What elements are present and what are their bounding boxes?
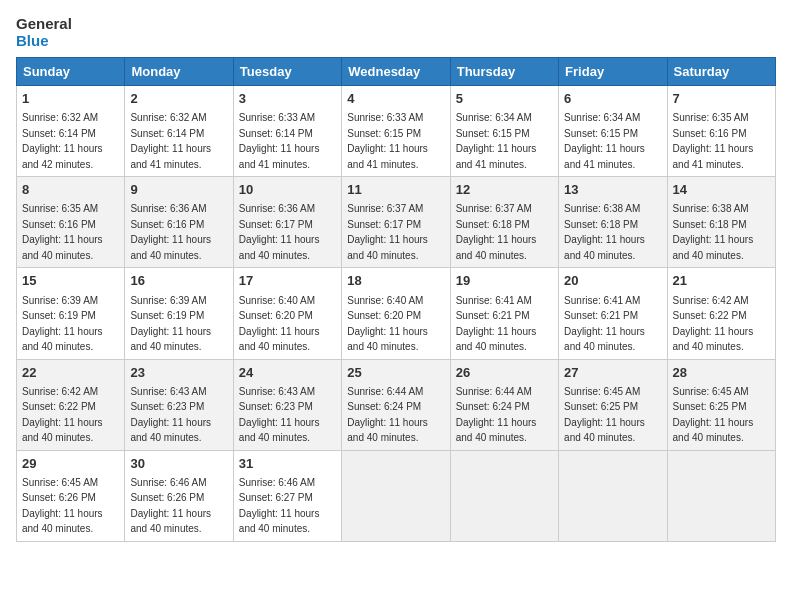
day-info: Sunrise: 6:33 AMSunset: 6:14 PMDaylight:… (239, 112, 320, 170)
day-number: 27 (564, 364, 661, 382)
day-number: 25 (347, 364, 444, 382)
day-number: 31 (239, 455, 336, 473)
day-info: Sunrise: 6:45 AMSunset: 6:25 PMDaylight:… (673, 386, 754, 444)
logo-blue-text: Blue (16, 33, 72, 50)
day-number: 2 (130, 90, 227, 108)
day-number: 13 (564, 181, 661, 199)
day-number: 1 (22, 90, 119, 108)
day-info: Sunrise: 6:39 AMSunset: 6:19 PMDaylight:… (22, 295, 103, 353)
calendar-cell: 4 Sunrise: 6:33 AMSunset: 6:15 PMDayligh… (342, 86, 450, 177)
calendar-cell: 7 Sunrise: 6:35 AMSunset: 6:16 PMDayligh… (667, 86, 775, 177)
calendar-cell: 23 Sunrise: 6:43 AMSunset: 6:23 PMDaylig… (125, 359, 233, 450)
calendar-cell: 15 Sunrise: 6:39 AMSunset: 6:19 PMDaylig… (17, 268, 125, 359)
day-info: Sunrise: 6:45 AMSunset: 6:26 PMDaylight:… (22, 477, 103, 535)
calendar-cell: 22 Sunrise: 6:42 AMSunset: 6:22 PMDaylig… (17, 359, 125, 450)
day-number: 16 (130, 272, 227, 290)
day-info: Sunrise: 6:37 AMSunset: 6:18 PMDaylight:… (456, 203, 537, 261)
calendar-cell: 5 Sunrise: 6:34 AMSunset: 6:15 PMDayligh… (450, 86, 558, 177)
weekday-header-friday: Friday (559, 58, 667, 86)
day-info: Sunrise: 6:36 AMSunset: 6:17 PMDaylight:… (239, 203, 320, 261)
calendar-cell: 9 Sunrise: 6:36 AMSunset: 6:16 PMDayligh… (125, 177, 233, 268)
calendar-cell: 29 Sunrise: 6:45 AMSunset: 6:26 PMDaylig… (17, 450, 125, 541)
day-info: Sunrise: 6:43 AMSunset: 6:23 PMDaylight:… (130, 386, 211, 444)
calendar-row: 29 Sunrise: 6:45 AMSunset: 6:26 PMDaylig… (17, 450, 776, 541)
calendar-row: 22 Sunrise: 6:42 AMSunset: 6:22 PMDaylig… (17, 359, 776, 450)
day-number: 5 (456, 90, 553, 108)
calendar-cell: 8 Sunrise: 6:35 AMSunset: 6:16 PMDayligh… (17, 177, 125, 268)
day-number: 17 (239, 272, 336, 290)
day-number: 23 (130, 364, 227, 382)
day-info: Sunrise: 6:46 AMSunset: 6:27 PMDaylight:… (239, 477, 320, 535)
calendar-cell: 6 Sunrise: 6:34 AMSunset: 6:15 PMDayligh… (559, 86, 667, 177)
calendar-cell: 16 Sunrise: 6:39 AMSunset: 6:19 PMDaylig… (125, 268, 233, 359)
calendar-cell (667, 450, 775, 541)
day-info: Sunrise: 6:40 AMSunset: 6:20 PMDaylight:… (239, 295, 320, 353)
weekday-header-sunday: Sunday (17, 58, 125, 86)
calendar-cell: 21 Sunrise: 6:42 AMSunset: 6:22 PMDaylig… (667, 268, 775, 359)
calendar-row: 8 Sunrise: 6:35 AMSunset: 6:16 PMDayligh… (17, 177, 776, 268)
day-info: Sunrise: 6:33 AMSunset: 6:15 PMDaylight:… (347, 112, 428, 170)
calendar-cell: 1 Sunrise: 6:32 AMSunset: 6:14 PMDayligh… (17, 86, 125, 177)
calendar-cell: 25 Sunrise: 6:44 AMSunset: 6:24 PMDaylig… (342, 359, 450, 450)
day-number: 19 (456, 272, 553, 290)
calendar-cell: 11 Sunrise: 6:37 AMSunset: 6:17 PMDaylig… (342, 177, 450, 268)
day-info: Sunrise: 6:46 AMSunset: 6:26 PMDaylight:… (130, 477, 211, 535)
day-number: 30 (130, 455, 227, 473)
day-number: 15 (22, 272, 119, 290)
day-info: Sunrise: 6:44 AMSunset: 6:24 PMDaylight:… (347, 386, 428, 444)
calendar-cell: 27 Sunrise: 6:45 AMSunset: 6:25 PMDaylig… (559, 359, 667, 450)
day-info: Sunrise: 6:41 AMSunset: 6:21 PMDaylight:… (564, 295, 645, 353)
day-info: Sunrise: 6:45 AMSunset: 6:25 PMDaylight:… (564, 386, 645, 444)
day-number: 21 (673, 272, 770, 290)
day-number: 10 (239, 181, 336, 199)
day-info: Sunrise: 6:44 AMSunset: 6:24 PMDaylight:… (456, 386, 537, 444)
logo-general-text: General (16, 16, 72, 33)
calendar-header-row: SundayMondayTuesdayWednesdayThursdayFrid… (17, 58, 776, 86)
day-number: 28 (673, 364, 770, 382)
calendar-cell: 28 Sunrise: 6:45 AMSunset: 6:25 PMDaylig… (667, 359, 775, 450)
weekday-header-wednesday: Wednesday (342, 58, 450, 86)
calendar-row: 1 Sunrise: 6:32 AMSunset: 6:14 PMDayligh… (17, 86, 776, 177)
day-number: 9 (130, 181, 227, 199)
calendar-cell: 24 Sunrise: 6:43 AMSunset: 6:23 PMDaylig… (233, 359, 341, 450)
calendar-cell (342, 450, 450, 541)
day-info: Sunrise: 6:34 AMSunset: 6:15 PMDaylight:… (564, 112, 645, 170)
calendar-table: SundayMondayTuesdayWednesdayThursdayFrid… (16, 57, 776, 542)
day-info: Sunrise: 6:36 AMSunset: 6:16 PMDaylight:… (130, 203, 211, 261)
calendar-cell: 14 Sunrise: 6:38 AMSunset: 6:18 PMDaylig… (667, 177, 775, 268)
weekday-header-tuesday: Tuesday (233, 58, 341, 86)
day-info: Sunrise: 6:34 AMSunset: 6:15 PMDaylight:… (456, 112, 537, 170)
calendar-cell: 10 Sunrise: 6:36 AMSunset: 6:17 PMDaylig… (233, 177, 341, 268)
day-number: 11 (347, 181, 444, 199)
day-info: Sunrise: 6:42 AMSunset: 6:22 PMDaylight:… (22, 386, 103, 444)
day-info: Sunrise: 6:43 AMSunset: 6:23 PMDaylight:… (239, 386, 320, 444)
calendar-cell: 13 Sunrise: 6:38 AMSunset: 6:18 PMDaylig… (559, 177, 667, 268)
calendar-cell: 18 Sunrise: 6:40 AMSunset: 6:20 PMDaylig… (342, 268, 450, 359)
day-number: 4 (347, 90, 444, 108)
day-info: Sunrise: 6:37 AMSunset: 6:17 PMDaylight:… (347, 203, 428, 261)
day-info: Sunrise: 6:35 AMSunset: 6:16 PMDaylight:… (673, 112, 754, 170)
day-info: Sunrise: 6:39 AMSunset: 6:19 PMDaylight:… (130, 295, 211, 353)
day-info: Sunrise: 6:35 AMSunset: 6:16 PMDaylight:… (22, 203, 103, 261)
calendar-cell: 30 Sunrise: 6:46 AMSunset: 6:26 PMDaylig… (125, 450, 233, 541)
day-number: 29 (22, 455, 119, 473)
day-info: Sunrise: 6:41 AMSunset: 6:21 PMDaylight:… (456, 295, 537, 353)
calendar-cell: 12 Sunrise: 6:37 AMSunset: 6:18 PMDaylig… (450, 177, 558, 268)
day-number: 14 (673, 181, 770, 199)
day-info: Sunrise: 6:40 AMSunset: 6:20 PMDaylight:… (347, 295, 428, 353)
calendar-cell: 2 Sunrise: 6:32 AMSunset: 6:14 PMDayligh… (125, 86, 233, 177)
day-number: 22 (22, 364, 119, 382)
calendar-cell (450, 450, 558, 541)
day-number: 6 (564, 90, 661, 108)
weekday-header-saturday: Saturday (667, 58, 775, 86)
calendar-cell: 17 Sunrise: 6:40 AMSunset: 6:20 PMDaylig… (233, 268, 341, 359)
day-number: 7 (673, 90, 770, 108)
weekday-header-thursday: Thursday (450, 58, 558, 86)
day-number: 8 (22, 181, 119, 199)
calendar-cell (559, 450, 667, 541)
day-info: Sunrise: 6:32 AMSunset: 6:14 PMDaylight:… (22, 112, 103, 170)
day-number: 3 (239, 90, 336, 108)
logo: General Blue General Blue (16, 16, 72, 49)
calendar-cell: 20 Sunrise: 6:41 AMSunset: 6:21 PMDaylig… (559, 268, 667, 359)
day-info: Sunrise: 6:32 AMSunset: 6:14 PMDaylight:… (130, 112, 211, 170)
